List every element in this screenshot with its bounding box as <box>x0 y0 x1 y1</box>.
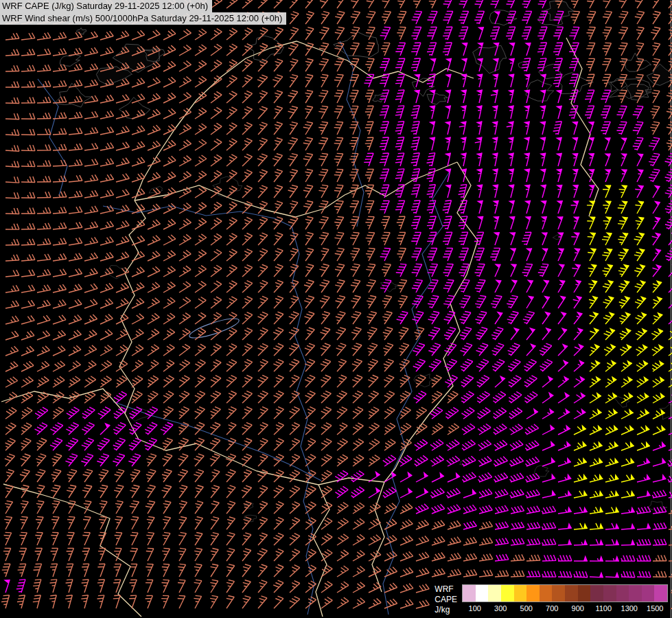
cape-legend: WRF CAPE J/kg 10030050070090011001300150… <box>430 582 671 616</box>
legend-swatch <box>565 585 578 602</box>
legend-variable-label: CAPE <box>435 595 457 604</box>
legend-swatch <box>501 585 514 602</box>
legend-labels: WRF CAPE J/kg <box>435 584 457 615</box>
map-header: WRF CAPE (J/kg) Saturday 29-11-2025 12:0… <box>0 0 286 25</box>
legend-tick-label: 700 <box>546 604 558 613</box>
legend-colorbar-wrap: 100300500700900110013001500 <box>462 584 668 615</box>
weather-map-canvas <box>0 0 672 618</box>
legend-swatch <box>488 585 501 602</box>
legend-swatch <box>590 585 603 602</box>
legend-swatch <box>526 585 540 602</box>
header-line-shear: WRF Wind shear (m/s) 500/1000hPa Saturda… <box>0 12 286 25</box>
legend-swatch <box>540 585 553 602</box>
legend-swatch <box>654 585 667 602</box>
legend-swatch <box>552 585 565 602</box>
legend-tick-label: 900 <box>572 604 584 613</box>
legend-swatch <box>578 585 591 602</box>
legend-swatch <box>476 585 489 602</box>
legend-swatch <box>463 585 476 602</box>
legend-units-label: J/kg <box>435 605 457 615</box>
legend-swatch <box>629 585 642 602</box>
legend-swatch <box>514 585 527 602</box>
legend-tick-label: 1500 <box>647 604 663 613</box>
header-line-cape: WRF CAPE (J/kg) Saturday 29-11-2025 12:0… <box>0 0 212 12</box>
legend-swatch <box>603 585 616 602</box>
legend-tick-label: 500 <box>520 604 533 613</box>
weather-map-page: WRF CAPE (J/kg) Saturday 29-11-2025 12:0… <box>0 0 672 618</box>
legend-model-label: WRF <box>435 584 457 594</box>
legend-tick-label: 100 <box>469 604 481 613</box>
legend-tick-label: 300 <box>494 604 507 613</box>
legend-colorbar <box>462 584 668 602</box>
legend-tick-label: 1300 <box>621 604 638 613</box>
legend-tick-label: 1100 <box>595 604 612 613</box>
legend-swatch <box>642 585 655 602</box>
legend-swatch <box>616 585 629 602</box>
